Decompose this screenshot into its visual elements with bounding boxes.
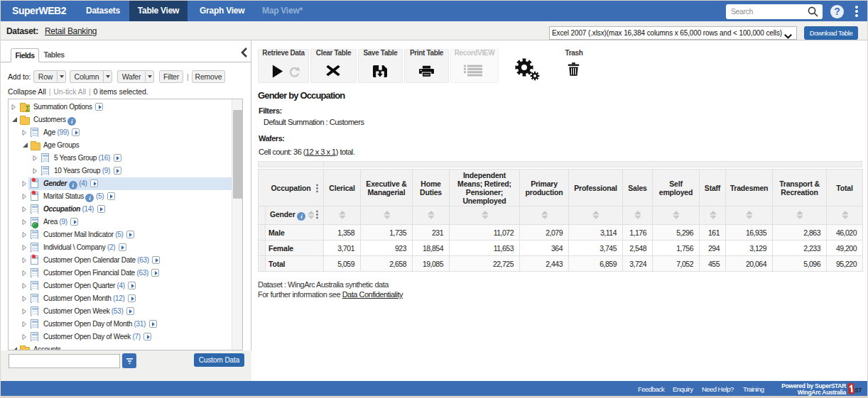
- svg-text:ST: ST: [855, 387, 862, 394]
